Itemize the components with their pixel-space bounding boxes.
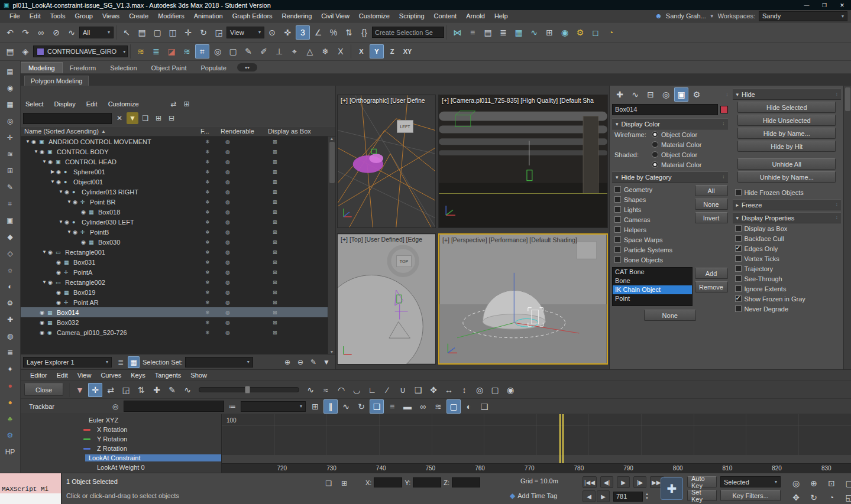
menu-item[interactable]: Modifiers [153,12,189,19]
display-as-box-cell[interactable] [268,159,327,165]
frozen-cell[interactable] [200,279,221,285]
track-value-input[interactable] [124,401,224,412]
orbit-icon[interactable]: ↻ [807,490,821,504]
modifier-list-icon[interactable]: ≋ [134,44,148,58]
expand-arrow-icon[interactable]: ▼ [41,279,48,285]
draw-tool-icon[interactable]: ✐ [257,44,271,58]
visibility-icon[interactable] [31,139,39,145]
menu-item[interactable]: Tools [46,12,70,19]
track-view-menu-item[interactable]: Editor [25,372,52,379]
menu-item[interactable]: Animation [189,12,228,19]
frozen-cell[interactable] [200,219,221,225]
x-coordinate-field[interactable] [374,477,402,487]
dock-icon[interactable]: ◆ [3,230,17,244]
unhide-button[interactable]: Unhide All [737,158,836,170]
material-editor-icon[interactable]: ◉ [558,25,572,40]
workspace-dropdown[interactable]: Sandy [759,11,847,21]
menu-item[interactable]: Views [98,12,124,19]
axis-constraint-button[interactable]: X [354,44,368,58]
radio-icon[interactable] [652,151,658,158]
scene-row[interactable]: ▼ ✛ PointB [21,227,335,237]
use-pivot-center-icon[interactable]: ⊙ [265,25,279,40]
frozen-cell[interactable] [200,199,221,205]
category-checkbox-row[interactable]: Lights [612,204,695,214]
frame-spinner[interactable]: ▲▼ [645,492,649,500]
frozen-cell[interactable] [200,269,221,275]
viewport-label[interactable]: [+] [Camera.pl011_725-835] [High Quality… [442,97,594,104]
scene-row[interactable]: ▼ ▣ ANDRIOD CONTROL MOVEMENT [21,136,335,147]
menu-item[interactable]: Rendering [277,12,317,19]
visibility-icon[interactable] [48,249,56,255]
frozen-cell[interactable] [200,300,221,305]
rollout-hide[interactable]: Hide⁞ [733,89,842,100]
display-as-box-cell[interactable] [268,139,327,145]
ribbon-tab[interactable]: Selection [103,63,144,73]
renderable-cell[interactable] [221,259,268,265]
track-selector-dropdown[interactable] [241,401,306,412]
dock-icon[interactable]: ▦ [3,97,17,112]
display-as-box-cell[interactable] [268,189,327,195]
track-view-menu-item[interactable]: Tangents [150,372,186,379]
percent-snap-icon[interactable]: % [326,25,341,40]
renderable-cell[interactable] [221,149,268,155]
rollout-freeze[interactable]: Freeze⁞ [733,199,842,210]
rendered-frame-icon[interactable]: ◻ [588,25,603,40]
z-coordinate-field[interactable] [452,477,480,487]
set-tangents-step-icon[interactable]: ∟ [365,383,379,397]
pan-icon[interactable]: ✥ [426,383,441,397]
ribbon-tab[interactable]: Populate [193,63,233,73]
window-crossing-icon[interactable]: ◫ [166,25,180,40]
select-object-icon[interactable]: ↖ [119,25,134,40]
dock-icon[interactable]: ☼ [3,263,17,277]
hide-button[interactable]: Hide Unselected [737,115,836,126]
lock-explorer-icon[interactable]: ❑ [140,112,151,124]
radio-label[interactable]: Object Color [661,151,697,158]
explorer-menu-item[interactable]: Customize [108,100,145,108]
frozen-cell[interactable] [200,159,221,165]
frozen-cell[interactable] [200,229,221,235]
scene-row[interactable]: ▼ ● Cylinder013 RIGHT [21,187,335,197]
display-as-box-cell[interactable] [268,320,327,326]
dock-icon[interactable]: ◐ [3,279,17,294]
edit-named-selection-sets-icon[interactable]: {} [357,25,371,40]
region-keys-icon[interactable]: ▢ [446,399,461,414]
selection-lock-icon[interactable]: ❑ [323,477,335,489]
maximize-viewport-toggle-icon[interactable]: ◱ [842,490,851,504]
expand-arrow-icon[interactable]: ▼ [57,219,64,225]
edit-selection-set-icon[interactable]: ✎ [308,356,319,368]
category-button[interactable]: Invert [695,212,728,223]
visibility-icon[interactable] [64,219,72,225]
spinner-snap-icon[interactable]: ⇅ [342,25,356,40]
ribbon-tab[interactable]: Freeform [63,63,103,73]
scene-row[interactable]: ▼ ▣ CONTROL HEAD [21,157,335,167]
track-item[interactable]: LookAt Constraint [21,453,221,463]
frozen-cell[interactable] [200,139,221,145]
xview-icon[interactable]: X [334,44,348,58]
polygon-modeling-tab[interactable]: Polygon Modeling [24,76,89,86]
render-setup-icon[interactable]: ⚙ [573,25,587,40]
dock-icon[interactable]: ◍ [3,329,17,343]
object-name-field[interactable] [612,104,718,115]
slide-keys-icon[interactable]: ⇄ [103,383,118,397]
renderable-cell[interactable] [221,159,268,165]
undo-icon[interactable]: ↶ [3,25,17,40]
dock-icon[interactable]: ✛ [3,131,17,145]
radio-label[interactable]: Material Color [661,141,701,148]
pan-icon[interactable]: ✥ [789,490,803,504]
select-and-manipulate-icon[interactable]: ✜ [280,25,295,40]
previous-key-icon[interactable]: ◀ [583,490,596,502]
explorer-menu-item[interactable]: Select [25,100,50,108]
remove-selection-set-icon[interactable]: ⊖ [295,356,306,368]
scene-row[interactable]: ▼ ▭ Rectangle001 [21,247,335,257]
dock-icon[interactable]: ▣ [3,213,17,227]
scene-row[interactable]: ▦ Box018 [21,207,335,217]
category-checkbox-row[interactable]: Space Warps [612,235,695,245]
rollout-display-properties[interactable]: Display Properties⁞ [733,212,842,223]
track-item[interactable]: LookAt Weight 0 [21,463,221,472]
list-item[interactable]: IK Chain Object [613,285,692,294]
list-icon[interactable]: ≔ [226,401,238,412]
renderable-cell[interactable] [221,279,268,285]
display-as-box-cell[interactable] [268,330,327,336]
ribbon-toggle-icon[interactable]: ▦ [512,25,526,40]
editor-name-field[interactable]: Trackbar [24,401,107,412]
